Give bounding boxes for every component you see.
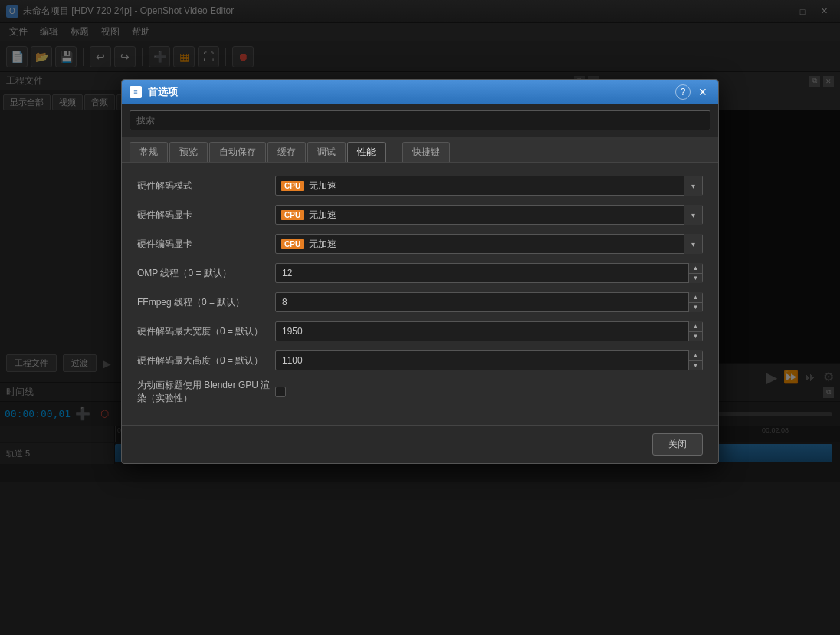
tab-debug[interactable]: 调试 xyxy=(307,142,346,162)
decode-height-down-btn[interactable]: ▼ xyxy=(689,361,702,371)
decode-width-input[interactable] xyxy=(276,322,688,341)
decode-mode-select[interactable]: CPU 无加速 ▾ xyxy=(275,176,703,196)
decode-width-label: 硬件解码最大宽度（0 = 默认） xyxy=(137,325,275,338)
omp-spinbox[interactable]: ▲ ▼ xyxy=(275,263,703,283)
decode-width-row: 硬件解码最大宽度（0 = 默认） ▲ ▼ xyxy=(137,321,703,342)
dialog-icon: ≡ xyxy=(130,86,142,98)
encode-card-arrow: ▾ xyxy=(684,234,702,254)
tab-preview[interactable]: 预览 xyxy=(169,142,208,162)
decode-mode-label: 硬件解码模式 xyxy=(137,179,275,192)
encode-card-value: 无加速 xyxy=(309,238,336,251)
decode-card-value: 无加速 xyxy=(309,209,336,222)
ffmpeg-down-btn[interactable]: ▼ xyxy=(689,303,702,313)
decode-card-label: 硬件解码显卡 xyxy=(137,209,275,222)
modal-overlay: ≡ 首选项 ? ✕ 常规 预览 自动保存 缓存 调试 性能 快捷键 硬件解码模式 xyxy=(0,0,840,635)
tab-general[interactable]: 常规 xyxy=(130,142,168,162)
decode-card-row: 硬件解码显卡 CPU 无加速 ▾ xyxy=(137,204,703,225)
tab-autosave[interactable]: 自动保存 xyxy=(209,142,266,162)
dialog-close-action-button[interactable]: 关闭 xyxy=(652,433,703,456)
ffmpeg-label: FFmpeg 线程（0 = 默认） xyxy=(137,296,275,309)
dialog-tabs: 常规 预览 自动保存 缓存 调试 性能 快捷键 xyxy=(122,137,718,163)
tab-cache[interactable]: 缓存 xyxy=(267,142,306,162)
dialog-title: 首选项 xyxy=(148,85,675,99)
tab-performance[interactable]: 性能 xyxy=(347,142,386,163)
dialog-body: 硬件解码模式 CPU 无加速 ▾ 硬件解码显卡 CPU 无加速 ▾ 硬件编码显卡 xyxy=(122,163,718,425)
omp-up-btn[interactable]: ▲ xyxy=(689,263,702,274)
dialog-footer: 关闭 xyxy=(122,425,718,463)
blender-label: 为动画标题使用 Blender GPU 渲染（实验性） xyxy=(137,379,275,405)
decode-mode-value: 无加速 xyxy=(309,179,336,192)
dialog-search-input[interactable] xyxy=(130,110,710,130)
omp-down-btn[interactable]: ▼ xyxy=(689,274,702,284)
dialog-search-area xyxy=(122,104,718,137)
decode-height-row: 硬件解码最大高度（0 = 默认） ▲ ▼ xyxy=(137,350,703,371)
encode-card-select[interactable]: CPU 无加速 ▾ xyxy=(275,234,703,254)
decode-width-spin-btns: ▲ ▼ xyxy=(688,321,702,341)
dialog-close-x-button[interactable]: ✕ xyxy=(695,84,710,100)
decode-height-input[interactable] xyxy=(276,351,688,370)
blender-row: 为动画标题使用 Blender GPU 渲染（实验性） xyxy=(137,379,703,405)
decode-height-up-btn[interactable]: ▲ xyxy=(689,350,702,361)
decode-width-up-btn[interactable]: ▲ xyxy=(689,321,702,332)
decode-card-badge: CPU xyxy=(281,210,304,220)
decode-mode-arrow: ▾ xyxy=(684,176,702,196)
encode-card-badge: CPU xyxy=(281,239,304,249)
decode-height-spinbox[interactable]: ▲ ▼ xyxy=(275,350,703,370)
ffmpeg-spinbox[interactable]: ▲ ▼ xyxy=(275,292,703,312)
decode-card-select[interactable]: CPU 无加速 ▾ xyxy=(275,205,703,225)
decode-height-label: 硬件解码最大高度（0 = 默认） xyxy=(137,354,275,367)
decode-mode-badge: CPU xyxy=(281,181,304,191)
tab-shortcuts[interactable]: 快捷键 xyxy=(402,142,450,162)
dialog-titlebar: ≡ 首选项 ? ✕ xyxy=(122,80,718,104)
encode-card-label: 硬件编码显卡 xyxy=(137,238,275,251)
dialog-help-button[interactable]: ? xyxy=(675,84,691,100)
omp-label: OMP 线程（0 = 默认） xyxy=(137,267,275,280)
preferences-dialog: ≡ 首选项 ? ✕ 常规 预览 自动保存 缓存 调试 性能 快捷键 硬件解码模式 xyxy=(121,79,719,464)
decode-mode-row: 硬件解码模式 CPU 无加速 ▾ xyxy=(137,175,703,196)
ffmpeg-row: FFmpeg 线程（0 = 默认） ▲ ▼ xyxy=(137,291,703,313)
ffmpeg-spin-btns: ▲ ▼ xyxy=(688,292,702,312)
omp-row: OMP 线程（0 = 默认） ▲ ▼ xyxy=(137,262,703,284)
decode-card-arrow: ▾ xyxy=(684,205,702,225)
decode-width-spinbox[interactable]: ▲ ▼ xyxy=(275,321,703,341)
omp-input[interactable] xyxy=(276,264,688,282)
ffmpeg-up-btn[interactable]: ▲ xyxy=(689,292,702,303)
decode-width-down-btn[interactable]: ▼ xyxy=(689,332,702,342)
omp-spin-btns: ▲ ▼ xyxy=(688,263,702,283)
ffmpeg-input[interactable] xyxy=(276,293,688,311)
blender-checkbox[interactable] xyxy=(275,387,286,397)
decode-height-spin-btns: ▲ ▼ xyxy=(688,350,702,370)
encode-card-row: 硬件编码显卡 CPU 无加速 ▾ xyxy=(137,233,703,255)
